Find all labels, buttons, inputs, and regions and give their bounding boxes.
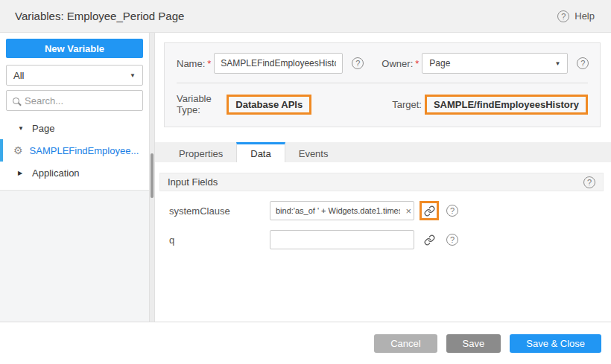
tree-item-sample-variable[interactable]: ⚙ SAMPLEFindEmployee... (0, 139, 149, 162)
link-icon (424, 234, 435, 246)
link-icon (424, 205, 435, 217)
chevron-down-icon: ▼ (554, 60, 560, 67)
variable-gear-icon: ⚙ (13, 145, 23, 156)
panel-divider (177, 83, 588, 83)
caret-right-icon: ▶ (18, 170, 25, 176)
tab-properties[interactable]: Properties (165, 142, 236, 162)
variable-filter-select[interactable]: All ▼ (6, 65, 143, 86)
page-title: Variables: Employee_Period Page (15, 10, 184, 22)
cancel-button[interactable]: Cancel (374, 334, 437, 353)
editor-tabs: Properties Data Events (155, 142, 611, 162)
systemclause-label: systemClause (159, 205, 270, 217)
name-field[interactable] (214, 53, 343, 74)
systemclause-bind-button-highlighted[interactable] (420, 201, 439, 220)
variables-dialog: Variables: Employee_Period Page ? Help N… (0, 0, 611, 364)
vertical-scrollbar[interactable] (149, 33, 155, 322)
caret-down-icon: ▼ (18, 125, 25, 132)
target-value-highlighted: SAMPLE/findEmployeesHistory (425, 95, 588, 115)
name-owner-row: Name: * ? Owner: * Page ▼ ? (177, 53, 588, 74)
name-help-icon[interactable]: ? (352, 57, 364, 69)
help-link[interactable]: ? Help (557, 10, 595, 22)
owner-select[interactable]: Page ▼ (422, 53, 568, 74)
tree-group-page[interactable]: ▼ Page (0, 117, 149, 139)
q-input-wrap (270, 230, 414, 249)
tree-group-page-label: Page (32, 123, 54, 134)
variables-tree: ▼ Page ⚙ SAMPLEFindEmployee... ▶ Applica… (0, 117, 149, 184)
systemclause-input-wrap: × (270, 201, 414, 220)
tree-item-sample-variable-label: SAMPLEFindEmployee... (30, 145, 139, 156)
variable-search-box (6, 90, 143, 111)
variable-editor-pane: Name: * ? Owner: * Page ▼ ? (155, 33, 611, 322)
target-group: Target: SAMPLE/findEmployeesHistory (392, 95, 588, 115)
input-fields-help-icon[interactable]: ? (583, 176, 595, 188)
type-target-row: Variable Type: Database APIs Target: SAM… (177, 93, 588, 115)
q-help-icon[interactable]: ? (446, 234, 458, 246)
scrollbar-thumb[interactable] (151, 153, 153, 198)
q-bind-button[interactable] (420, 230, 439, 249)
name-required-marker: * (207, 58, 211, 69)
name-label: Name: (177, 58, 205, 69)
dialog-footer: Cancel Save Save & Close (0, 322, 611, 364)
search-input[interactable] (25, 95, 136, 106)
field-row-q: q ? (159, 230, 604, 249)
owner-selected-value: Page (429, 58, 450, 68)
chevron-down-icon: ▼ (130, 72, 136, 79)
search-icon (13, 98, 19, 104)
input-fields-title: Input Fields (168, 176, 218, 188)
filter-selected-value: All (13, 70, 24, 81)
tree-group-application[interactable]: ▶ Application (0, 162, 149, 184)
field-row-systemclause: systemClause × ? (159, 201, 604, 220)
dialog-header: Variables: Employee_Period Page ? Help (0, 0, 611, 33)
owner-help-icon[interactable]: ? (577, 57, 589, 69)
tab-events[interactable]: Events (285, 142, 342, 162)
save-and-close-button[interactable]: Save & Close (510, 334, 601, 353)
variable-type-label: Variable Type: (177, 93, 224, 115)
clear-binding-icon[interactable]: × (405, 206, 411, 216)
q-label: q (159, 234, 270, 246)
new-variable-button[interactable]: New Variable (6, 39, 143, 58)
variable-summary-panel: Name: * ? Owner: * Page ▼ ? (164, 42, 601, 127)
data-tab-content: Input Fields ? systemClause × (155, 162, 611, 322)
systemclause-help-icon[interactable]: ? (446, 205, 458, 217)
variable-type-value-highlighted: Database APIs (227, 95, 311, 115)
owner-group: Owner: * Page ▼ ? (382, 53, 589, 74)
owner-required-marker: * (415, 58, 419, 69)
help-icon: ? (557, 10, 569, 22)
dialog-body: New Variable All ▼ ▼ Page ⚙ SAMPLEFindEm… (0, 33, 611, 322)
variables-sidebar: New Variable All ▼ ▼ Page ⚙ SAMPLEFindEm… (0, 33, 149, 322)
q-input[interactable] (270, 230, 414, 249)
tree-group-application-label: Application (32, 167, 80, 179)
input-fields-section-header: Input Fields ? (159, 173, 604, 191)
sidebar-filler (0, 191, 149, 322)
owner-label: Owner: (382, 58, 413, 69)
systemclause-input[interactable] (270, 201, 414, 220)
help-label: Help (574, 10, 595, 22)
tab-data[interactable]: Data (236, 142, 285, 162)
save-button[interactable]: Save (446, 334, 501, 353)
target-label: Target: (392, 99, 422, 110)
